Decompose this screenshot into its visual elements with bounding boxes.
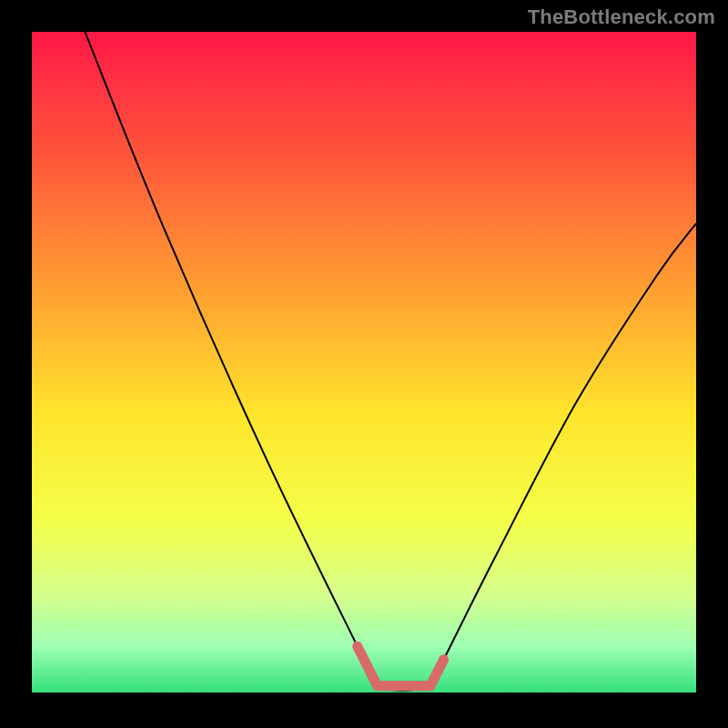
chart-stage: TheBottleneck.com: [0, 0, 728, 728]
chart-svg: [0, 0, 728, 728]
plot-background: [32, 32, 696, 693]
watermark-text: TheBottleneck.com: [528, 5, 715, 29]
